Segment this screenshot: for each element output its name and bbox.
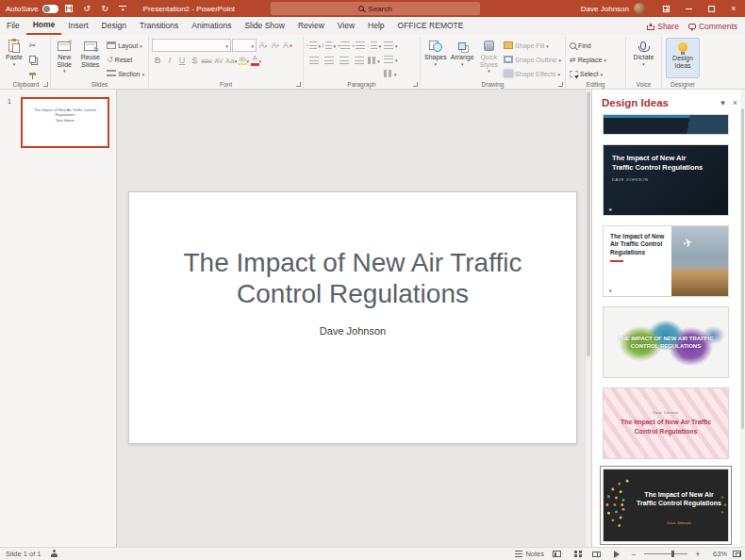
undo-button[interactable]: ↺ — [80, 0, 94, 17]
cut-button[interactable]: ✂ — [25, 39, 40, 52]
fit-to-window-button[interactable] — [733, 551, 741, 557]
notes-button[interactable]: Notes — [515, 550, 544, 558]
comments-button[interactable]: Comments — [688, 22, 737, 31]
text-shadow-button[interactable]: S — [189, 55, 200, 67]
replace-button[interactable]: ⇄Replace▾ — [569, 53, 622, 66]
increase-font-size-button[interactable]: A▴ — [257, 40, 269, 52]
format-painter-button[interactable] — [25, 67, 40, 80]
zoom-out-button[interactable]: − — [629, 550, 638, 559]
zoom-in-button[interactable]: + — [693, 550, 703, 559]
tab-design[interactable]: Design — [95, 17, 133, 35]
decrease-indent-button[interactable]: ◂ — [337, 39, 351, 52]
minimize-button[interactable] — [677, 0, 700, 17]
justify-button[interactable] — [352, 54, 366, 67]
tab-transitions[interactable]: Transitions — [133, 17, 185, 35]
drawing-dialog-launcher[interactable] — [558, 82, 563, 87]
design-idea-thumbnail-selected[interactable]: The Impact of New Air Traffic Control Re… — [603, 469, 729, 542]
slideshow-button[interactable] — [609, 548, 623, 560]
panel-scrollbar-thumb[interactable] — [741, 108, 744, 429]
text-highlight-color-button[interactable]: ab▾ — [238, 55, 249, 67]
shape-effects-button[interactable]: Shape Effects▾ — [503, 67, 562, 80]
design-ideas-button[interactable]: Design Ideas — [666, 38, 700, 78]
dictate-button[interactable]: Dictate ▾ — [633, 38, 655, 78]
layout-button[interactable]: Layout▾ — [106, 39, 145, 52]
section-button[interactable]: Section▾ — [106, 67, 145, 80]
tab-file[interactable]: File — [0, 17, 26, 35]
design-idea-thumbnail[interactable]: The Impact of New Air Traffic Control Re… — [603, 144, 729, 216]
zoom-slider[interactable] — [644, 553, 687, 554]
align-left-button[interactable] — [306, 54, 321, 67]
panel-close-icon[interactable]: × — [733, 98, 737, 107]
avatar[interactable] — [634, 3, 645, 14]
design-idea-thumbnail[interactable] — [603, 114, 729, 135]
normal-view-button[interactable] — [550, 548, 564, 560]
arrange-button[interactable]: Arrange ▾ — [450, 38, 475, 80]
tab-office-remote[interactable]: OFFICE REMOTE — [391, 17, 471, 35]
character-spacing-button[interactable]: AV — [213, 55, 224, 67]
tab-help[interactable]: Help — [361, 17, 390, 35]
align-right-button[interactable] — [337, 54, 351, 67]
redo-button[interactable]: ↻ — [98, 0, 112, 17]
change-case-button[interactable]: Aa▾ — [225, 55, 237, 67]
quick-styles-button[interactable]: Quick Styles ▾ — [477, 38, 501, 80]
autosave-toggle[interactable] — [42, 5, 58, 13]
increase-indent-button[interactable]: ▸ — [352, 39, 366, 52]
zoom-level[interactable]: 63% — [708, 550, 727, 558]
accessibility-icon[interactable] — [51, 550, 58, 558]
share-button[interactable]: Share — [647, 22, 679, 31]
find-button[interactable]: Find — [569, 39, 622, 52]
scrollbar-thumb[interactable] — [587, 91, 590, 356]
reading-view-button[interactable] — [589, 548, 604, 560]
numbering-button[interactable]: 1▾ — [322, 39, 336, 52]
ribbon-display-options-button[interactable] — [654, 0, 677, 17]
underline-button[interactable]: U — [176, 55, 188, 67]
design-idea-thumbnail[interactable]: THE IMPACT OF NEW AIR TRAFFIC CONTROL RE… — [603, 306, 729, 378]
zoom-slider-thumb[interactable] — [671, 551, 674, 557]
italic-button[interactable]: I — [164, 55, 175, 67]
align-center-button[interactable] — [322, 54, 336, 67]
tab-slide-show[interactable]: Slide Show — [238, 17, 291, 35]
font-name-combo[interactable]: ▾ — [152, 39, 231, 52]
customize-quick-access-button[interactable]: ▾ — [116, 0, 130, 17]
columns-button[interactable]: ▾ — [367, 54, 381, 67]
design-idea-thumbnail[interactable]: Dave Johnson The Impact of New Air Traff… — [603, 387, 729, 459]
select-button[interactable]: Select▾ — [569, 67, 622, 80]
shape-fill-button[interactable]: Shape Fill▾ — [503, 39, 562, 52]
tab-animations[interactable]: Animations — [185, 17, 238, 35]
line-spacing-button[interactable]: ↕▾ — [367, 39, 381, 52]
shapes-button[interactable]: Shapes ▾ — [423, 38, 448, 80]
tab-home[interactable]: Home — [26, 17, 62, 35]
paragraph-dialog-launcher[interactable] — [413, 82, 418, 87]
slide-thumbnail[interactable]: The Impact of New Air Traffic Control Re… — [21, 97, 109, 148]
save-button[interactable] — [62, 0, 76, 17]
shape-outline-button[interactable]: Shape Outline▾ — [503, 53, 562, 66]
slide-canvas[interactable]: The Impact of New Air Traffic Control Re… — [128, 191, 577, 444]
clear-formatting-button[interactable]: A — [282, 40, 293, 52]
font-size-combo[interactable]: ▾ — [232, 39, 257, 52]
tab-view[interactable]: View — [331, 17, 361, 35]
panel-scrollbar[interactable] — [740, 90, 745, 547]
design-idea-thumbnail[interactable]: The Impact of New Air Traffic Control Re… — [603, 225, 729, 297]
panel-chevron-down-icon[interactable]: ▾ — [720, 98, 725, 107]
copy-button[interactable] — [25, 53, 40, 66]
slide-sorter-button[interactable] — [570, 548, 584, 560]
font-dialog-launcher[interactable] — [296, 82, 301, 87]
text-direction-button[interactable]: ▾ — [383, 39, 399, 52]
editor-scrollbar[interactable] — [585, 90, 591, 547]
convert-smartart-button[interactable]: ▾ — [383, 67, 399, 80]
close-button[interactable]: × — [722, 0, 745, 17]
tab-review[interactable]: Review — [291, 17, 331, 35]
bullets-button[interactable]: •▾ — [306, 39, 321, 52]
align-text-button[interactable]: ▾ — [383, 53, 399, 66]
reset-button[interactable]: ↺Reset — [106, 53, 145, 66]
slide-title[interactable]: The Impact of New Air Traffic Control Re… — [149, 247, 556, 309]
search-box[interactable]: Search — [271, 2, 480, 15]
maximize-button[interactable] — [700, 0, 722, 17]
bold-button[interactable]: B — [152, 55, 163, 67]
clipboard-dialog-launcher[interactable] — [43, 82, 48, 87]
new-slide-button[interactable]: ★ New Slide ▾ — [54, 38, 74, 80]
strikethrough-button[interactable]: abc — [201, 55, 212, 67]
decrease-font-size-button[interactable]: A▾ — [270, 40, 281, 52]
reuse-slides-button[interactable]: ↻ Reuse Slides — [76, 38, 104, 80]
font-color-button[interactable]: A▾ — [250, 55, 261, 67]
